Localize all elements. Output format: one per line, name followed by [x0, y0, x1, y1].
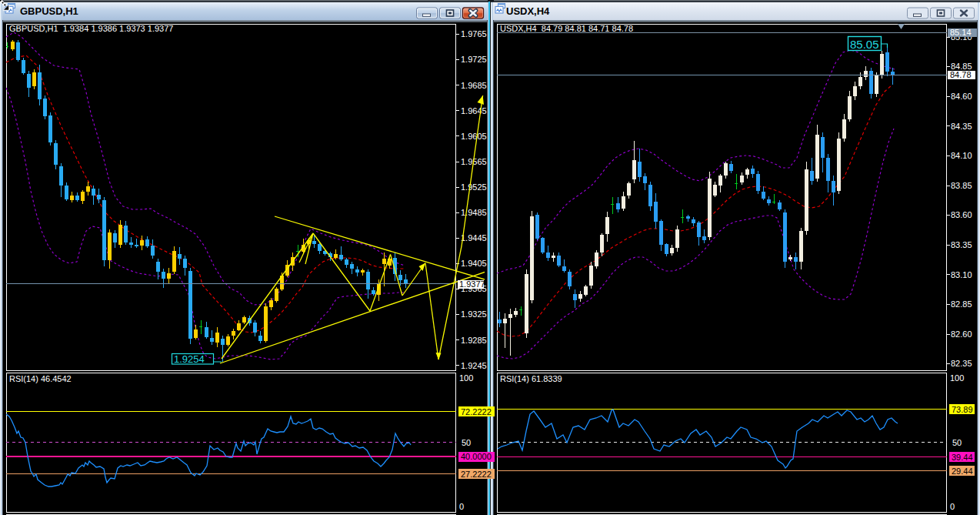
svg-text:1.9245: 1.9245	[461, 361, 487, 370]
svg-text:85.05: 85.05	[850, 38, 879, 51]
svg-text:72.2222: 72.2222	[461, 407, 492, 416]
svg-text:29.44: 29.44	[952, 467, 973, 476]
svg-text:1.9765: 1.9765	[461, 29, 487, 38]
svg-text:RSI(14) 46.4542: RSI(14) 46.4542	[9, 374, 72, 383]
svg-text:73.89: 73.89	[952, 405, 973, 414]
svg-text:83.60: 83.60	[951, 210, 972, 219]
svg-text:1.9605: 1.9605	[461, 132, 487, 141]
svg-text:GBPUSD,H1: GBPUSD,H1	[20, 5, 78, 17]
svg-text:84.60: 84.60	[951, 92, 972, 101]
svg-text:1.9405: 1.9405	[461, 259, 487, 268]
svg-text:USDX,H4 84.79 84.81 84.71 84.: USDX,H4 84.79 84.81 84.71 84.78	[500, 24, 633, 33]
svg-text:1.9325: 1.9325	[461, 309, 487, 319]
svg-text:82.35: 82.35	[951, 359, 972, 368]
svg-text:1.9525: 1.9525	[461, 182, 487, 192]
svg-text:83.10: 83.10	[951, 270, 972, 279]
svg-text:1.9485: 1.9485	[461, 208, 487, 217]
svg-text:85.14: 85.14	[950, 28, 972, 37]
svg-text:82.85: 82.85	[951, 299, 972, 309]
svg-text:84.78: 84.78	[950, 70, 972, 79]
svg-text:RSI(14) 61.8339: RSI(14) 61.8339	[500, 374, 562, 383]
svg-text:USDX,H4: USDX,H4	[506, 5, 550, 17]
svg-text:39.44: 39.44	[952, 453, 973, 462]
svg-text:1.9685: 1.9685	[461, 81, 487, 90]
svg-text:50: 50	[952, 438, 962, 447]
svg-text:1.9377: 1.9377	[459, 279, 485, 289]
svg-text:50: 50	[462, 438, 471, 447]
svg-text:1.9285: 1.9285	[461, 336, 487, 345]
svg-text:83.85: 83.85	[951, 181, 972, 190]
svg-text:83.35: 83.35	[951, 240, 972, 249]
svg-text:27.2222: 27.2222	[461, 470, 492, 479]
svg-text:1.9725: 1.9725	[461, 55, 487, 64]
svg-text:0: 0	[459, 502, 464, 511]
svg-text:100: 100	[950, 373, 964, 383]
svg-text:82.60: 82.60	[951, 329, 972, 339]
svg-text:GBPUSD,H1 1.9384 1.9386 1.937: GBPUSD,H1 1.9384 1.9386 1.9373 1.9377	[9, 24, 173, 33]
svg-text:0: 0	[950, 502, 955, 511]
svg-text:40.0000: 40.0000	[461, 452, 492, 461]
svg-text:100: 100	[459, 373, 473, 383]
svg-text:84.35: 84.35	[951, 122, 972, 131]
svg-text:1.9645: 1.9645	[461, 106, 487, 115]
svg-text:1.9254: 1.9254	[174, 353, 205, 365]
svg-text:84.10: 84.10	[951, 151, 972, 160]
svg-text:1.9445: 1.9445	[461, 233, 487, 242]
